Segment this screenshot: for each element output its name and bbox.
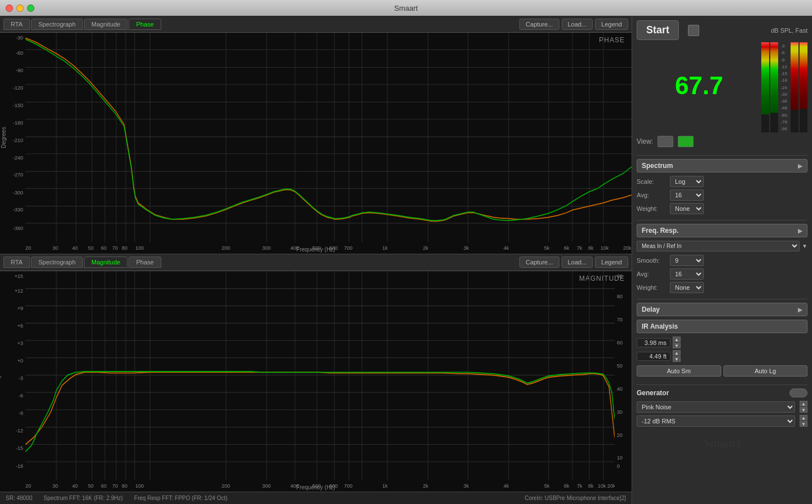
tab-phase-bottom[interactable]: Phase <box>129 257 161 268</box>
status-spectrum: Spectrum FFT: 16K (FR: 2.9Hz) <box>43 495 123 501</box>
svg-text:5k: 5k <box>544 245 550 251</box>
spectrum-section-btn[interactable]: Spectrum ▶ <box>637 159 807 173</box>
phase-svg-area <box>25 33 632 242</box>
weight-label-1: Weight: <box>637 205 668 212</box>
stop-indicator[interactable] <box>688 25 699 36</box>
svg-text:1k: 1k <box>382 245 388 251</box>
auto-lg-btn[interactable]: Auto Lg <box>723 365 808 377</box>
svg-text:1k: 1k <box>382 483 388 489</box>
tab-magnitude-top[interactable]: Magnitude <box>84 19 127 30</box>
svg-text:20k: 20k <box>607 483 615 489</box>
tabs-right-bottom: Capture... Load... Legend <box>519 257 628 268</box>
svg-text:6k: 6k <box>564 483 570 489</box>
magnitude-tabs-bar: RTA Spectrograph Magnitude Phase Capture… <box>0 254 632 271</box>
weight-select-2[interactable]: None A C <box>670 282 704 293</box>
y-tick-p180: -180 <box>13 120 23 126</box>
tabs-right-top: Capture... Load... Legend <box>519 19 628 30</box>
ir-ft-up[interactable]: ▲ <box>673 350 681 356</box>
ir-ft-row: 4.49 ft ▲ ▼ <box>637 350 807 362</box>
y-tick-p120: -120 <box>13 85 23 91</box>
y-tick-p30: -30 <box>16 35 23 41</box>
ir-ms-down[interactable]: ▼ <box>673 343 681 348</box>
avg-select-2[interactable]: 16 8 32 <box>670 268 704 280</box>
status-bar: SR: 48000 Spectrum FFT: 16K (FR: 2.9Hz) … <box>0 492 632 504</box>
tab-spectrograph-bottom[interactable]: Spectrograph <box>31 257 83 268</box>
svg-text:80: 80 <box>122 483 127 489</box>
load-btn-bottom[interactable]: Load... <box>562 257 593 268</box>
charts-area: RTA Spectrograph Magnitude Phase Capture… <box>0 16 632 504</box>
meas-ref-select[interactable]: Meas In / Ref In <box>637 241 800 251</box>
phase-chart: PHASE Degrees -30 -60 -90 -120 -150 -180… <box>0 33 632 254</box>
svg-text:70: 70 <box>112 245 118 251</box>
y-tick-p330: -330 <box>13 207 23 213</box>
magnitude-svg <box>25 271 615 481</box>
freq-resp-row: Freq. Resp. ▶ <box>637 224 807 237</box>
svg-text:700: 700 <box>344 245 352 251</box>
weight-select-1[interactable]: None A C <box>670 203 704 214</box>
smooth-select[interactable]: 9 6 12 <box>670 255 704 266</box>
svg-text:8k: 8k <box>588 483 594 489</box>
svg-text:40: 40 <box>72 245 78 251</box>
scale-label: Scale: <box>637 178 668 185</box>
auto-sm-btn[interactable]: Auto Sm <box>637 365 721 377</box>
phase-tabs-bar: RTA Spectrograph Magnitude Phase Capture… <box>0 16 632 33</box>
ir-ms-arrows[interactable]: ▲ ▼ <box>673 337 681 348</box>
smooth-row: Smooth: 9 6 12 <box>637 255 807 266</box>
minimize-button[interactable] <box>16 5 24 12</box>
svg-text:7k: 7k <box>577 483 582 489</box>
avg-select-1[interactable]: 16 8 32 <box>670 189 704 201</box>
tab-phase-top[interactable]: Phase <box>129 19 161 30</box>
ir-ft-arrows[interactable]: ▲ ▼ <box>673 350 681 362</box>
smaart-watermark: Smaart <box>637 436 807 450</box>
freq-resp-btn[interactable]: Freq. Resp. ▶ <box>637 224 807 237</box>
close-button[interactable] <box>6 5 13 12</box>
tab-magnitude-bottom[interactable]: Magnitude <box>84 257 127 268</box>
legend-btn-top[interactable]: Legend <box>595 19 628 30</box>
svg-text:200: 200 <box>222 483 230 489</box>
gen-type-select[interactable]: Pink Noise White Noise Sine <box>637 401 795 413</box>
gen-type-arrows[interactable]: ▲ ▼ <box>800 401 807 413</box>
svg-text:10k: 10k <box>598 483 606 489</box>
svg-text:2k: 2k <box>423 245 429 251</box>
generator-toggle[interactable] <box>789 388 807 397</box>
svg-text:60: 60 <box>101 483 107 489</box>
y-tick-p60: -60 <box>16 50 23 56</box>
y-tick-p150: -150 <box>13 103 23 108</box>
tab-spectrograph-top[interactable]: Spectrograph <box>31 19 83 30</box>
generator-header: Generator <box>637 388 807 397</box>
gen-type-row: Pink Noise White Noise Sine ▲ ▼ <box>637 401 807 413</box>
svg-text:5k: 5k <box>544 483 550 489</box>
spl-label: dB SPL, Fast <box>704 27 807 34</box>
legend-btn-bottom[interactable]: Legend <box>595 257 628 268</box>
load-btn-top[interactable]: Load... <box>562 19 593 30</box>
spectrum-chevron: ▶ <box>798 163 802 169</box>
svg-text:20: 20 <box>25 245 31 251</box>
ir-analysis-btn[interactable]: IR Analysis <box>637 320 807 333</box>
svg-text:7k: 7k <box>577 245 582 251</box>
tab-rta-top[interactable]: RTA <box>3 19 30 30</box>
view-single-btn[interactable] <box>657 136 673 147</box>
smooth-label: Smooth: <box>637 257 668 264</box>
tab-rta-bottom[interactable]: RTA <box>3 257 30 268</box>
view-dual-btn[interactable] <box>678 136 694 147</box>
title-bar: Smaart <box>0 0 812 16</box>
svg-text:3k: 3k <box>464 483 469 489</box>
svg-text:30: 30 <box>52 245 58 251</box>
gen-level-select[interactable]: -12 dB RMS -6 dB RMS -18 dB RMS <box>637 415 795 427</box>
start-button[interactable]: Start <box>637 20 679 40</box>
svg-text:700: 700 <box>344 483 352 489</box>
weight-label-2: Weight: <box>637 284 668 291</box>
avg-row-1: Avg: 16 8 32 <box>637 189 807 201</box>
scale-select[interactable]: Log Lin <box>670 176 704 187</box>
ir-ms-up[interactable]: ▲ <box>673 337 681 342</box>
capture-btn-top[interactable]: Capture... <box>519 19 559 30</box>
svg-text:40: 40 <box>72 483 78 489</box>
svg-text:8k: 8k <box>588 245 594 251</box>
delay-section-btn[interactable]: Delay ▶ <box>637 303 807 316</box>
gen-level-arrows[interactable]: ▲ ▼ <box>800 415 807 427</box>
capture-btn-bottom[interactable]: Capture... <box>519 257 559 268</box>
maximize-button[interactable] <box>27 5 34 12</box>
svg-text:2k: 2k <box>423 483 429 489</box>
window-controls[interactable] <box>6 5 34 12</box>
ir-ft-down[interactable]: ▼ <box>673 356 681 362</box>
